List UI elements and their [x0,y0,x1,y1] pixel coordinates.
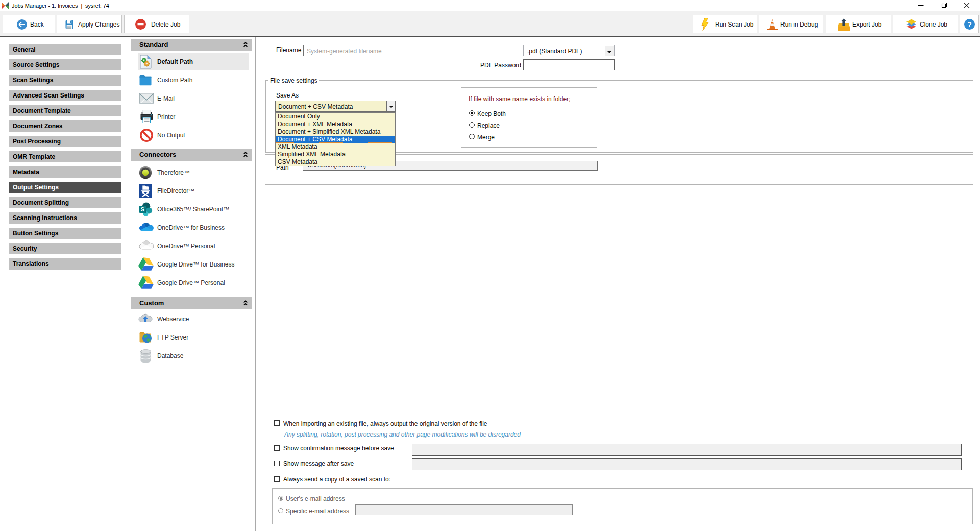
svg-text:S: S [141,206,144,212]
svg-text:?: ? [967,20,972,29]
